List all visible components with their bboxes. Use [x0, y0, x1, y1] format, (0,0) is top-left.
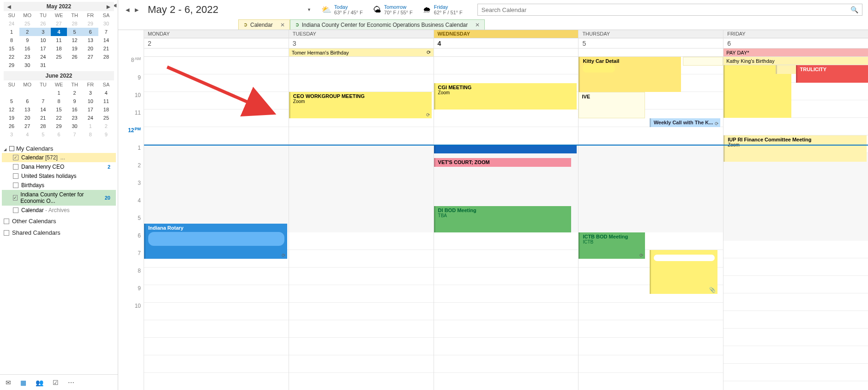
day-slots[interactable]: Indiana Rotary⟳: [144, 57, 289, 390]
mini-cal-day[interactable]: 16: [67, 105, 83, 114]
mini-cal-day[interactable]: 20: [83, 44, 98, 53]
mini-cal-day[interactable]: 9: [19, 36, 35, 44]
day-column[interactable]: WEDNESDAY 4 CGI MEETINGZoomVET'S COURT; …: [434, 30, 579, 390]
more-icon[interactable]: ⋯: [68, 379, 74, 386]
mini-cal-day[interactable]: 13: [19, 105, 35, 114]
mini-cal-day[interactable]: [35, 89, 51, 97]
mini-cal-day[interactable]: 24: [35, 53, 51, 61]
mini-cal-day[interactable]: 26: [35, 19, 51, 28]
allday-event[interactable]: Tomer Herman's Birthday⟳: [289, 49, 434, 56]
mini-cal-day[interactable]: 15: [51, 105, 66, 114]
mini-cal-day[interactable]: 10: [83, 97, 98, 105]
mini-cal-day[interactable]: 17: [83, 105, 98, 114]
mini-cal-day[interactable]: 9: [67, 97, 83, 105]
prev-week-icon[interactable]: ◀: [124, 6, 131, 14]
mini-cal-day[interactable]: 25: [98, 114, 114, 122]
mini-cal-day[interactable]: 3: [83, 89, 98, 97]
mini-cal-day[interactable]: 16: [19, 44, 35, 53]
day-column[interactable]: MONDAY 2 Indiana Rotary⟳: [144, 30, 289, 390]
mini-cal-day[interactable]: [51, 61, 66, 69]
mini-cal-day[interactable]: 2: [19, 28, 35, 36]
checkbox-icon[interactable]: [4, 219, 9, 224]
mini-cal-day[interactable]: 6: [83, 28, 98, 36]
mini-cal-day[interactable]: 8: [51, 97, 66, 105]
mini-cal-day[interactable]: 31: [35, 61, 51, 69]
checkbox-icon[interactable]: [13, 173, 18, 179]
day-slots[interactable]: CGI MEETINGZoomVET'S COURT; ZOOMDI BOD M…: [434, 57, 579, 390]
other-calendars-group[interactable]: Other Calendars: [2, 215, 116, 226]
calendar-event[interactable]: ICTB BOD MeetingICTB⟳: [579, 232, 645, 259]
mini-cal-day[interactable]: 2: [67, 89, 83, 97]
checkbox-icon[interactable]: [13, 195, 18, 201]
mini-cal-day[interactable]: [83, 61, 98, 69]
mini-cal-day[interactable]: 29: [51, 122, 66, 130]
checkbox-icon[interactable]: [13, 155, 18, 160]
prev-month-icon[interactable]: ◀: [6, 4, 13, 9]
mini-cal-day[interactable]: 30: [98, 19, 114, 28]
calendar-event[interactable]: [683, 57, 723, 66]
mini-cal-day[interactable]: 25: [19, 19, 35, 28]
next-week-icon[interactable]: ▶: [133, 6, 140, 14]
mini-cal-day[interactable]: 24: [83, 114, 98, 122]
mini-cal-day[interactable]: 23: [19, 53, 35, 61]
mini-cal-day[interactable]: 15: [4, 44, 19, 53]
mini-cal-day[interactable]: [19, 89, 35, 97]
tasks-icon[interactable]: ☑: [53, 379, 59, 386]
mini-cal-day[interactable]: 19: [4, 114, 19, 122]
mini-cal-day[interactable]: 1: [4, 28, 19, 36]
calendar-event[interactable]: [776, 65, 796, 74]
calendar-event[interactable]: [434, 145, 577, 153]
mini-cal-day[interactable]: [4, 89, 19, 97]
calendar-event[interactable]: Weekly Call with The K...⟳: [650, 118, 720, 127]
mini-cal-day[interactable]: 13: [83, 36, 98, 44]
day-column[interactable]: TUESDAY 3 Tomer Herman's Birthday⟳ CEO W…: [289, 30, 434, 390]
allday-event[interactable]: PAY DAY*: [723, 49, 868, 56]
mini-cal-day[interactable]: 1: [83, 122, 98, 130]
mini-cal-day[interactable]: 24: [4, 19, 19, 28]
mini-cal-day[interactable]: 23: [67, 114, 83, 122]
calendar-event[interactable]: Indiana Rotary⟳: [144, 224, 287, 259]
day-slots[interactable]: Kitty Car DetailIVEWeekly Call with The …: [579, 57, 723, 390]
calendar-list-item[interactable]: Indiana County Center for Economic O... …: [2, 190, 116, 206]
mini-cal-day[interactable]: 11: [98, 97, 114, 105]
expand-icon[interactable]: [4, 145, 7, 152]
mini-cal-day[interactable]: 28: [98, 53, 114, 61]
allday-event[interactable]: Kathy King's Birthday: [723, 57, 868, 65]
mini-cal-day[interactable]: 28: [67, 19, 83, 28]
day-column[interactable]: FRIDAY 6 PAY DAY*Kathy King's Birthday T…: [723, 30, 868, 390]
mini-cal-day[interactable]: [67, 61, 83, 69]
calendar-event[interactable]: Kitty Car Detail: [579, 57, 681, 92]
people-icon[interactable]: 👥: [36, 379, 43, 386]
day-slots[interactable]: CEO WORKGROUP MEETINGZoom⟳: [289, 57, 434, 390]
checkbox-icon[interactable]: [13, 164, 18, 170]
mail-icon[interactable]: ✉: [6, 379, 11, 386]
mini-cal-day[interactable]: 26: [67, 53, 83, 61]
calendar-tab[interactable]: ➲ Calendar ✕: [238, 19, 290, 30]
mini-cal-day[interactable]: 25: [51, 53, 66, 61]
calendar-list-item[interactable]: Calendar - Archives: [2, 206, 116, 215]
calendar-event[interactable]: VET'S COURT; ZOOM: [434, 158, 571, 167]
mini-cal-day[interactable]: 5: [35, 130, 51, 139]
mini-cal-day[interactable]: 28: [35, 122, 51, 130]
mini-cal-day[interactable]: 12: [67, 36, 83, 44]
calendar-list-item[interactable]: Calendar [572] ...: [2, 153, 116, 162]
mini-cal-day[interactable]: 4: [19, 130, 35, 139]
mini-cal-day[interactable]: 14: [98, 36, 114, 44]
mini-cal-day[interactable]: 29: [83, 19, 98, 28]
search-icon[interactable]: 🔍: [850, 6, 858, 13]
mini-cal-day[interactable]: 8: [4, 36, 19, 44]
search-input[interactable]: [482, 6, 850, 13]
my-calendars-header[interactable]: My Calendars: [2, 144, 116, 153]
mini-cal-day[interactable]: 19: [67, 44, 83, 53]
calendar-event[interactable]: TRULICITY: [796, 65, 868, 83]
weather-day[interactable]: 🌧 Friday 62° F / 51° F: [423, 4, 463, 15]
mini-cal-day[interactable]: 18: [98, 105, 114, 114]
view-dropdown-icon[interactable]: ▼: [307, 7, 311, 12]
calendar-event[interactable]: IUP RI Finance Committee MeetingZoom: [723, 135, 867, 162]
mini-cal-day[interactable]: 30: [67, 122, 83, 130]
day-slots[interactable]: TRULICITYIUP RI Finance Committee Meetin…: [723, 65, 868, 390]
checkbox-icon[interactable]: [4, 230, 9, 236]
mini-cal-day[interactable]: 1: [51, 89, 66, 97]
mini-cal-day[interactable]: 20: [19, 114, 35, 122]
mini-cal-day[interactable]: 2: [98, 122, 114, 130]
